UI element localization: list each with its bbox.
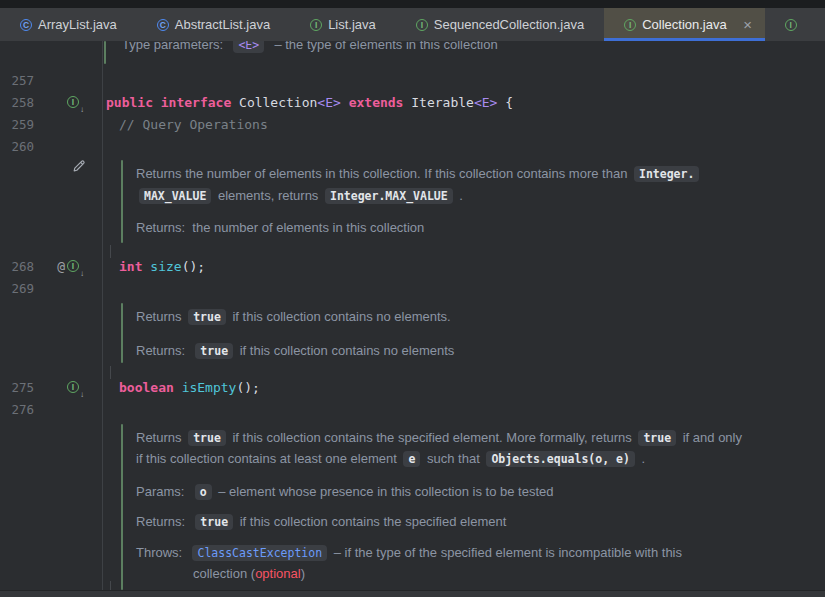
token-doc: – the type of elements in this collectio… <box>267 41 498 52</box>
line-number[interactable]: 258 <box>0 92 34 114</box>
code-line[interactable]: 268@I↓int size(); <box>0 256 825 278</box>
line-number[interactable]: 275 <box>0 377 34 399</box>
token-plain: Collection <box>239 95 317 110</box>
token-doc: such that <box>423 451 483 466</box>
token-tp: <E> <box>317 95 340 110</box>
doc-text: Params: o – element whose presence in th… <box>136 481 553 503</box>
tab-partial[interactable]: I <box>765 8 817 41</box>
token-doc: ) <box>301 566 305 581</box>
doc-text: MAX_VALUE elements, returns Integer.MAX_… <box>136 185 463 207</box>
token-doc: – element whose presence in this collect… <box>215 484 554 499</box>
token-plain: Iterable <box>403 95 473 110</box>
doc-line: Params: o – element whose presence in th… <box>0 481 825 502</box>
line-number[interactable]: 268 <box>0 256 34 278</box>
token-doc: . <box>456 188 463 203</box>
token-doc: Params: <box>136 484 192 499</box>
tab-list-java[interactable]: IList.java <box>290 8 396 41</box>
interface-icon: I <box>785 19 797 31</box>
tab-label: List.java <box>328 17 376 32</box>
token-plain: { <box>497 95 513 110</box>
token-method: size <box>150 259 181 274</box>
token-doc: if this collection contains no elements <box>236 343 454 358</box>
tab-label: SequencedCollection.java <box>434 17 584 32</box>
close-icon[interactable]: × <box>741 17 755 32</box>
token-doc: – if the type of the specified element i… <box>330 545 682 560</box>
annotation-at-icon[interactable]: @ <box>57 256 65 278</box>
doc-line: Returns: true if this collection contain… <box>0 511 825 532</box>
code-line[interactable]: 260 <box>0 136 825 158</box>
class-icon: C <box>20 19 32 31</box>
code-line[interactable]: 259// Query Operations <box>0 114 825 136</box>
doc-type-parameters: Type parameters: <E> – the type of eleme… <box>0 41 825 55</box>
token-doc: Returns the number of elements in this c… <box>136 166 631 181</box>
tab-abstractlist-java[interactable]: CAbstractList.java <box>137 8 290 41</box>
doc-link[interactable]: ClassCastException <box>192 545 327 561</box>
token-doc: Returns: <box>136 220 192 235</box>
interface-implemented-icon[interactable]: I↓ <box>67 260 82 275</box>
doc-text: Returns true if this collection contains… <box>136 427 742 449</box>
doc-code-chip: true <box>188 430 226 446</box>
token-doc: Returns <box>136 309 185 324</box>
down-arrow-icon: ↓ <box>80 270 84 278</box>
doc-text: Returns: true if this collection contain… <box>136 511 506 533</box>
doc-code-chip: <E> <box>233 41 264 53</box>
token-doc <box>223 41 230 52</box>
doc-line: Returns the number of elements in this c… <box>0 163 825 184</box>
code-line[interactable]: 275I↓boolean isEmpty(); <box>0 377 825 399</box>
doc-code-chip: true <box>188 309 226 325</box>
code-line[interactable]: 257 <box>0 70 825 92</box>
class-icon: C <box>157 19 169 31</box>
token-doc: if this collection contains the specifie… <box>229 430 636 445</box>
code-line[interactable]: 276 <box>0 399 825 421</box>
interface-icon: I <box>67 381 79 393</box>
interface-implemented-icon[interactable]: I↓ <box>67 96 82 111</box>
token-doc: elements, returns <box>214 188 322 203</box>
doc-text: Returns: the number of elements in this … <box>136 217 424 238</box>
down-arrow-icon: ↓ <box>80 106 84 114</box>
interface-icon: I <box>67 96 79 108</box>
doc-text: Returns: true if this collection contain… <box>136 340 454 362</box>
down-arrow-icon: ↓ <box>80 391 84 399</box>
token-plain <box>174 380 182 395</box>
tab-label: Collection.java <box>642 17 727 32</box>
doc-code-chip: Integer. <box>634 166 699 182</box>
code-line[interactable]: 258I↓public interface Collection<E> exte… <box>0 92 825 114</box>
token-kw: public interface <box>106 95 239 110</box>
code-text[interactable]: int size(); <box>119 256 205 278</box>
tab-label: AbstractList.java <box>175 17 270 32</box>
editor-pane[interactable]: Type parameters: <E> – the type of eleme… <box>0 41 825 590</box>
doc-text: if this collection contains at least one… <box>136 448 645 470</box>
token-doc: if this collection contains no elements. <box>229 309 451 324</box>
doc-code-chip: MAX_VALUE <box>139 188 211 204</box>
line-number[interactable]: 269 <box>0 278 34 300</box>
token-kw: extends <box>349 95 404 110</box>
code-text[interactable]: boolean isEmpty(); <box>119 377 260 399</box>
doc-line: Returns: the number of elements in this … <box>0 217 825 238</box>
doc-text: Type parameters: <E> – the type of eleme… <box>122 41 498 56</box>
tab-arraylist-java[interactable]: CArrayList.java <box>0 8 137 41</box>
doc-code-chip: e <box>403 451 420 467</box>
token-doc: Returns: <box>136 343 192 358</box>
line-number[interactable]: 259 <box>0 114 34 136</box>
line-number[interactable]: 260 <box>0 136 34 158</box>
line-number[interactable]: 276 <box>0 399 34 421</box>
tab-label: ArrayList.java <box>38 17 117 32</box>
editor-tab-bar: CArrayList.javaCAbstractList.javaIList.j… <box>0 8 825 41</box>
code-text[interactable]: public interface Collection<E> extends I… <box>106 92 513 114</box>
doc-code-chip: true <box>195 343 233 359</box>
code-line[interactable]: 269 <box>0 278 825 300</box>
token-doc: the number of elements in this collectio… <box>192 220 424 235</box>
line-number[interactable]: 257 <box>0 70 34 92</box>
doc-text: Returns the number of elements in this c… <box>136 163 702 185</box>
token-tp: <E> <box>474 95 497 110</box>
interface-icon: I <box>624 19 636 31</box>
token-doc: if this collection contains at least one… <box>136 451 400 466</box>
interface-implemented-icon[interactable]: I↓ <box>67 381 82 396</box>
doc-line: Returns true if this collection contains… <box>0 427 825 448</box>
tab-sequencedcollection-java[interactable]: ISequencedCollection.java <box>396 8 604 41</box>
doc-text: Throws: ClassCastException – if the type… <box>136 542 682 564</box>
doc-code-chip: o <box>195 484 212 500</box>
code-text[interactable]: // Query Operations <box>119 114 268 136</box>
tab-collection-java[interactable]: ICollection.java× <box>604 8 765 41</box>
doc-line: if this collection contains at least one… <box>0 448 825 469</box>
